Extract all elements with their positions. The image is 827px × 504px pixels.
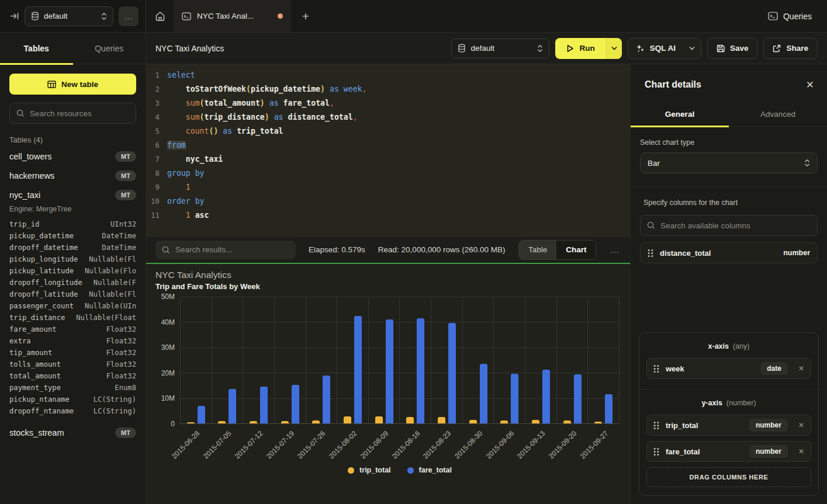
sql-editor[interactable]: 1select2 toStartOfWeek(pickup_datetime) … [146,64,630,236]
sidebar-tab-tables[interactable]: Tables [0,33,73,64]
bar-fare_total[interactable] [386,319,393,423]
drag-handle-icon[interactable] [653,364,659,373]
queries-link[interactable]: Queries [783,12,812,21]
columns-search[interactable] [640,215,818,236]
new-table-button[interactable]: New table [9,74,136,95]
bar-trip_total[interactable] [406,417,414,423]
bar-fare_total[interactable] [198,406,205,423]
share-button[interactable]: Share [763,38,818,59]
columns-search-input[interactable] [660,221,811,230]
bar-group [180,297,212,423]
column-name: fare_total [666,447,743,456]
bar-trip_total[interactable] [500,420,508,423]
table-row-nyc_taxi[interactable]: nyc_taxiMT [9,185,136,204]
bar-trip_total[interactable] [187,422,195,423]
y-axis-section: y-axis(number) trip_totalnumber✕fare_tot… [639,390,818,495]
results-search[interactable] [155,241,296,259]
bar-trip_total[interactable] [532,420,539,423]
bar-trip_total[interactable] [469,420,477,424]
available-column-distance_total[interactable]: distance_totalnumber [640,242,818,263]
bar-trip_total[interactable] [312,420,320,423]
column-type: number [783,249,810,257]
legend-item-fare_total[interactable]: fare_total [407,466,452,474]
bar-fare_total[interactable] [605,394,613,423]
remove-icon[interactable]: ✕ [798,447,804,456]
legend-item-trip_total[interactable]: trip_total [348,466,390,474]
view-toggle-chart[interactable]: Chart [556,241,596,259]
results-more-button[interactable]: ... [609,245,621,255]
results-search-input[interactable] [175,245,289,254]
column-row: dropoff_datetimeDateTime [9,242,136,253]
axis-item-trip_total[interactable]: trip_totalnumber✕ [646,415,811,436]
y-tick-label: 20M [161,369,175,377]
bar-fare_total[interactable] [229,389,236,423]
drag-handle-icon[interactable] [653,447,659,456]
bar-fare_total[interactable] [574,374,582,423]
drag-columns-dropzone[interactable]: DRAG COLUMNS HERE [646,467,811,487]
remove-icon[interactable]: ✕ [798,421,804,429]
table-row-cell_towers[interactable]: cell_towersMT [9,147,136,166]
y-axis-hint: (number) [726,399,756,407]
chart-title: NYC Taxi Analytics [155,270,620,280]
home-button[interactable] [146,0,174,32]
column-type: Float32 [106,347,136,359]
table-row-stocks_stream[interactable]: stocks_streamMT [9,423,136,442]
bar-fare_total[interactable] [417,318,424,423]
bar-fare_total[interactable] [323,376,330,423]
sql-ai-button[interactable]: SQL AI [628,44,683,53]
database-selector[interactable]: default [25,6,113,26]
bar-fare_total[interactable] [542,370,550,423]
column-type: LC(String) [94,405,136,417]
drag-handle-icon[interactable] [648,249,653,258]
bar-trip_total[interactable] [375,416,383,423]
sql-ai-options-button[interactable] [683,39,701,58]
code-text: order by [167,194,205,208]
bar-trip_total[interactable] [218,421,226,423]
axis-item-fare_total[interactable]: fare_totalnumber✕ [646,441,811,462]
run-button[interactable]: Run [555,38,605,59]
tables-section-label: Tables (4) [9,135,136,144]
bar-fare_total[interactable] [260,387,268,423]
code-text: from [167,138,186,152]
code-text: 1 asc [167,208,209,223]
resources-search-input[interactable] [30,109,129,118]
column-type: Nullable(UIn [85,300,136,312]
tab-nyc-taxi-analytics[interactable]: NYC Taxi Anal... [174,0,291,32]
save-button[interactable]: Save [707,38,758,59]
bar-fare_total[interactable] [292,385,299,423]
close-icon[interactable]: ✕ [806,80,814,90]
chart-details-title: Chart details [645,79,701,90]
remove-icon[interactable]: ✕ [798,364,804,373]
chart-type-select[interactable]: Bar [640,152,818,173]
bar-trip_total[interactable] [594,422,602,423]
tab-general[interactable]: General [631,104,729,126]
column-type: Float32 [106,370,136,382]
view-toggle: Table Chart [518,240,597,260]
chart-details-body: Select chart type Bar Specify columns fo… [631,127,827,504]
run-options-button[interactable] [606,38,622,59]
bar-fare_total[interactable] [448,323,456,423]
sidebar-more-button[interactable]: ... [119,6,139,26]
sidebar-tab-queries[interactable]: Queries [73,33,146,64]
bar-trip_total[interactable] [438,417,445,423]
bar-fare_total[interactable] [480,364,487,423]
bar-group [275,297,306,423]
bar-trip_total[interactable] [250,421,257,423]
axis-item-week[interactable]: weekdate✕ [646,358,811,379]
bar-trip_total[interactable] [563,420,571,423]
bar-fare_total[interactable] [354,316,362,423]
bar-fare_total[interactable] [511,374,518,423]
database-selector-value: default [44,12,96,20]
code-text: sum(total_amount) as fare_total, [167,96,334,110]
code-line: 10order by [146,194,630,208]
bar-trip_total[interactable] [344,416,351,423]
drag-handle-icon[interactable] [653,421,659,430]
bar-trip_total[interactable] [281,421,289,423]
resources-search[interactable] [9,103,136,124]
tab-advanced[interactable]: Advanced [729,104,827,126]
view-toggle-table[interactable]: Table [519,241,556,259]
editor-database-selector[interactable]: default [451,39,549,58]
new-tab-button[interactable]: + [291,0,320,32]
collapse-sidebar-icon[interactable] [9,11,19,21]
table-row-hackernews[interactable]: hackernewsMT [9,166,136,185]
